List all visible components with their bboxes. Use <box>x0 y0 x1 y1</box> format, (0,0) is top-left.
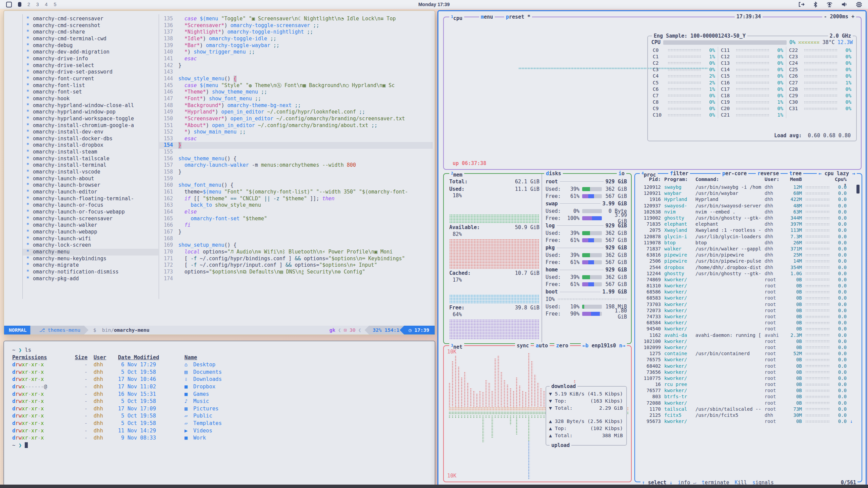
bluetooth-icon[interactable] <box>813 2 817 7</box>
file-item[interactable]: *omarchy-drive-info <box>23 56 158 62</box>
proc-row[interactable]: 68584kworker/root0B0.0 <box>639 320 853 326</box>
file-item[interactable]: *omarchy-install-dev-env <box>23 129 158 136</box>
file-item[interactable]: *omarchy-launch-floating-terminal- <box>23 196 158 202</box>
cpu-chip-icon[interactable] <box>856 2 862 7</box>
proc-row[interactable]: 119078btopbtopdhh26M0.0 <box>639 240 853 246</box>
file-item[interactable]: *omarchy-cmd-screensaver <box>23 16 158 22</box>
workspace-2[interactable]: 2 <box>27 2 30 7</box>
file-item[interactable]: *omarchy-drive-select <box>23 62 158 69</box>
file-item[interactable]: *omarchy-install-chromium-google-a <box>23 122 158 129</box>
tree-toggle[interactable]: tree <box>788 170 803 177</box>
file-item[interactable]: *omarchy-cmd-terminal-cwd <box>23 36 158 42</box>
proc-row[interactable]: 73703kworker/root0B0.0 <box>639 301 853 307</box>
file-item[interactable]: *omarchy-launch-webapp <box>23 229 158 236</box>
shell-prompt[interactable]: ~ ❯ <box>12 442 427 449</box>
file-item[interactable]: *omarchy-install-vscode <box>23 169 158 176</box>
proc-row[interactable]: 68586kworker/root0B0.0 <box>639 289 853 295</box>
mem-box-title[interactable]: 2mem <box>449 170 464 178</box>
file-item[interactable]: *omarchy-launch-browser <box>23 182 158 189</box>
file-item[interactable]: *omarchy-install-docker-dbs <box>23 136 158 142</box>
file-item[interactable]: *omarchy-migrate <box>23 262 158 269</box>
proc-row[interactable]: 81310kworker/root0B0.0 <box>639 283 853 289</box>
file-item[interactable]: *omarchy-hyprland-window-pop <box>23 109 158 116</box>
proc-row[interactable]: 1275containe/usr/bin/containerdroot52M0.… <box>639 350 853 357</box>
proc-row[interactable]: 120921waybar/usr/bin/waybardhh68M0.0 <box>639 190 853 196</box>
proc-row[interactable]: 2506pipewire/usr/bin/pipewire-pulsedhh14… <box>639 258 853 264</box>
sort-selector[interactable]: ← cpu lazy → <box>817 170 857 177</box>
file-item[interactable]: *omarchy-launch-about <box>23 176 158 182</box>
proc-row[interactable]: 71837walker/usr/bin/walker --gappldhh371… <box>639 246 853 252</box>
reverse-toggle[interactable]: reverse <box>756 170 781 177</box>
file-item[interactable]: *omarchy-launch-screensaver <box>23 216 158 222</box>
proc-row[interactable]: 120912swaybg/usr/bin/swaybg -i /homdhh12… <box>639 184 853 190</box>
file-item[interactable]: *omarchy-hyprland-window-close-all <box>23 102 158 109</box>
file-item[interactable]: *omarchy-cmd-share <box>23 29 158 36</box>
menu-button[interactable]: menu <box>479 14 495 20</box>
proc-row[interactable]: 119002ghostty/usr/bin/ghostty --gtk-dhh3… <box>639 215 853 221</box>
proc-row[interactable]: 102638nvimnvim --embed .dhh63M0.0 <box>639 209 853 215</box>
proc-row[interactable]: 2075XwaylandXwayland :1 -rootless -dhh11… <box>639 227 853 233</box>
proc-row[interactable]: 76577kworker/root0B0.0 <box>639 387 853 393</box>
proc-scrollbar[interactable] <box>856 185 860 194</box>
terminal-output[interactable]: ~ ❯ lsPermissionsSizeUserDate ModifiedNa… <box>4 341 435 485</box>
proc-row[interactable]: 803btrfs-trroot0B0.0 <box>639 393 853 400</box>
file-item[interactable]: *omarchy-launch-editor <box>23 189 158 196</box>
proc-row[interactable]: 72073kworker/root0B0.0 <box>639 307 853 313</box>
net-interface[interactable]: ←b enp191s0 n→ <box>581 342 627 349</box>
file-item[interactable]: *omarchy-launch-or-focus-webapp <box>23 209 158 216</box>
file-item[interactable]: *omarchy-install-terminal <box>23 162 158 169</box>
proc-row[interactable]: 95673kworker/root0B0.0↓ <box>639 418 853 424</box>
file-item[interactable]: *omarchy-menu-keybindings <box>23 256 158 262</box>
file-item[interactable]: *omarchy-lock-screen <box>23 242 158 249</box>
file-item[interactable]: *omarchy-font-current <box>23 76 158 82</box>
file-item[interactable]: *omarchy-launch-wifi <box>23 236 158 242</box>
proc-row[interactable]: 76575kworker/root0B0.0 <box>639 357 853 363</box>
file-item[interactable]: *omarchy-dev-add-migration <box>23 49 158 56</box>
proc-row[interactable]: 110775kworker/root0B0.0 <box>639 375 853 381</box>
proc-row[interactable]: 68583kworker/root0B0.0 <box>639 295 853 301</box>
proc-row[interactable]: 102100kworker/root0B0.0 <box>639 338 853 344</box>
file-item[interactable]: *omarchy-launch-or-focus <box>23 202 158 209</box>
proc-row[interactable]: 1916HyprlandHyprlanddhh422M0.0 <box>639 196 853 202</box>
workspace-active-icon[interactable] <box>6 2 12 7</box>
proc-row[interactable]: 68402kworker/root0B0.0 <box>639 363 853 369</box>
workspace-5[interactable]: 5 <box>54 2 56 7</box>
file-item[interactable]: *omarchy-install-steam <box>23 149 158 156</box>
proc-row[interactable]: 73656kworker/root0B0.0 <box>639 369 853 375</box>
proc-row[interactable]: 1170tailscal/usr/sbin/tailscaled --root7… <box>639 406 853 412</box>
proc-row[interactable]: 1162avahi-daavahi-daemon: running [avahi… <box>639 332 853 338</box>
file-item[interactable]: *omarchy-install-dropbox <box>23 142 158 149</box>
proc-row[interactable]: 120937swayosd-/usr/bin/swayosd-serverdhh… <box>639 203 853 209</box>
file-item[interactable]: *omarchy-launch-walker <box>23 222 158 229</box>
proc-row[interactable]: 63816pipewire/usr/bin/pipewiredhh25M0.0 <box>639 252 853 258</box>
net-auto-button[interactable]: auto <box>534 342 550 349</box>
proc-row[interactable]: 74733kworker/root0B0.0 <box>639 313 853 320</box>
proc-row[interactable]: 102099kworker/root0B0.0 <box>639 344 853 350</box>
file-item[interactable]: *omarchy-drive-set-password <box>23 69 158 76</box>
file-item[interactable]: *omarchy-pkg-add <box>23 276 158 282</box>
logout-icon[interactable] <box>798 2 805 7</box>
update-interval[interactable]: - 2000ms + <box>822 14 856 20</box>
file-item[interactable]: *omarchy-menu <box>23 249 158 256</box>
filter-button[interactable]: filter <box>668 170 690 177</box>
file-item[interactable]: *omarchy-hook <box>23 96 158 102</box>
workspace-switcher[interactable]: 2 3 4 5 <box>6 2 56 7</box>
preset-button[interactable]: preset * <box>504 14 532 20</box>
proc-row[interactable]: 72088kworker/root0B0.0 <box>639 400 853 406</box>
file-item[interactable]: *omarchy-install-tailscale <box>23 156 158 162</box>
proc-row[interactable]: 16rcu_preeroot0B0.0 <box>639 381 853 387</box>
proc-row[interactable]: 94540kworker/root0B0.0 <box>639 326 853 332</box>
net-sync-button[interactable]: sync <box>515 342 531 349</box>
proc-row[interactable]: 12244ghostty/usr/bin/ghostty --gtk-dhh1.… <box>639 270 853 277</box>
workspace-4[interactable]: 4 <box>45 2 48 7</box>
file-item[interactable]: *omarchy-cmd-screenshot <box>23 22 158 29</box>
file-item[interactable]: *omarchy-font-list <box>23 82 158 89</box>
process-table[interactable]: 120912swaybg/usr/bin/swaybg -i /homdhh12… <box>639 184 853 468</box>
net-zero-button[interactable]: zero <box>554 342 570 349</box>
proc-row[interactable]: 74869kworker/root0B0.0 <box>639 277 853 283</box>
proc-row[interactable]: 120878glycin-i/usr/lib/glycin-loadersdhh… <box>639 233 853 240</box>
proc-row[interactable]: 2125fcitx5/usr/bin/fcitx5dhh30M0.0 <box>639 412 853 418</box>
proc-row[interactable]: 2544dropbox/home/dhh/.dropbox-distdhh354… <box>639 264 853 270</box>
workspace-3[interactable]: 3 <box>36 2 39 7</box>
file-item[interactable]: *omarchy-hyprland-workspace-toggle <box>23 116 158 122</box>
